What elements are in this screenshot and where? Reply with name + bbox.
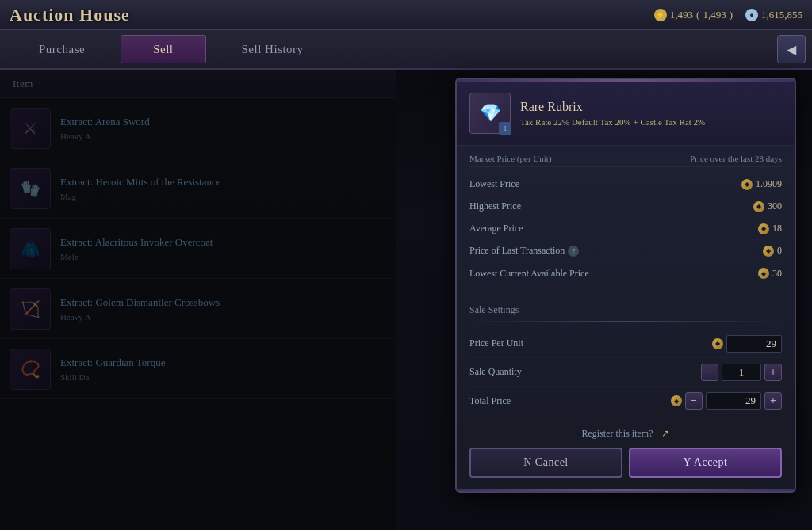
modal-overlay: 💎 1 Rare Rubrix Tax Rate 22% Default Tax… — [0, 70, 812, 530]
action-buttons: N Cancel Y Accept — [457, 448, 795, 489]
dialog-item-header: 💎 1 Rare Rubrix Tax Rate 22% Default Tax… — [457, 82, 795, 146]
quantity-decrease-button[interactable]: − — [701, 364, 718, 381]
total-price-input-group: ◆ − 29 + — [671, 392, 782, 410]
sale-row-quantity: Sale Quantity − 1 + — [469, 358, 782, 387]
quantity-increase-button[interactable]: + — [764, 364, 782, 381]
currency-item-1: ⚡ 1,493 ( 1,493 ) — [654, 9, 733, 21]
coin-icon: ◆ — [741, 179, 753, 190]
dialog-item-tax: Tax Rate 22% Default Tax 20% + Castle Ta… — [520, 117, 782, 127]
main-content: Item ⚔ Extract: Arena Sword Heavy A 🧤 Ex… — [0, 70, 812, 530]
price-row-lowest: Lowest Price ◆ 1.0909 — [469, 173, 782, 196]
average-price-value: ◆ 18 — [758, 223, 782, 234]
sale-settings-label: Sale Settings — [457, 299, 795, 318]
sale-row-price-per-unit: Price Per Unit ◆ 29 — [469, 330, 782, 358]
item-badge: 1 — [499, 122, 511, 135]
highest-price-value: ◆ 300 — [753, 200, 782, 212]
price-table-header: Market Price (per Unit) Price over the l… — [469, 154, 782, 167]
tax-rate-label: Tax Rate — [520, 117, 551, 127]
coin-icon: ◆ — [758, 223, 769, 234]
cursor-icon: ↗ — [661, 428, 669, 439]
price-row-lowest-available: Lowest Current Available Price ◆ 30 — [469, 262, 782, 284]
app-title: Auction House — [10, 5, 130, 25]
quantity-input-group: − 1 + — [701, 364, 782, 381]
sale-quantity-label: Sale Quantity — [469, 366, 522, 378]
coin-icon: ◆ — [753, 201, 764, 212]
sale-row-total-price: Total Price ◆ − 29 + — [469, 387, 782, 415]
castle-tax-label: + Castle Tax Rat — [633, 117, 691, 127]
quantity-display: 1 — [722, 364, 761, 381]
tab-sell[interactable]: Sell — [121, 35, 205, 63]
coin-icon: ◆ — [758, 268, 769, 279]
nav-tabs: Purchase Sell Sell History ◀ — [0, 30, 812, 70]
currency2-icon: ● — [745, 9, 758, 21]
cancel-button[interactable]: N Cancel — [469, 448, 622, 478]
help-icon[interactable]: ? — [568, 246, 579, 257]
currency-item-2: ● 1,615,855 — [745, 9, 802, 21]
coin-icon: ◆ — [671, 395, 682, 406]
total-price-label: Total Price — [469, 395, 511, 407]
price-per-unit-input-group: ◆ 29 — [712, 335, 782, 353]
lowest-available-value: ◆ 30 — [758, 268, 782, 280]
lowest-price-label: Lowest Price — [469, 178, 519, 190]
sale-settings: Price Per Unit ◆ 29 Sale Quantity − 1 — [457, 325, 795, 420]
tax-rate-value: 22% — [553, 117, 569, 127]
average-price-label: Average Price — [469, 223, 523, 234]
accept-button[interactable]: Y Accept — [629, 448, 782, 478]
register-text: Register this item? ↗ — [457, 420, 795, 448]
default-tax-label: Default Tax — [572, 117, 613, 127]
total-increase-button[interactable]: + — [764, 392, 782, 410]
tab-purchase[interactable]: Purchase — [6, 35, 117, 63]
dialog-panel: 💎 1 Rare Rubrix Tax Rate 22% Default Tax… — [455, 78, 796, 493]
dialog-item-name: Rare Rubrix — [520, 100, 782, 114]
currency1-value: 1,493 — [670, 9, 693, 21]
price-period-label: Price over the last 28 days — [690, 154, 782, 163]
price-row-average: Average Price ◆ 18 — [469, 218, 782, 240]
coin-icon: ◆ — [712, 338, 723, 349]
total-decrease-button[interactable]: − — [685, 392, 703, 410]
lowest-price-value: ◆ 1.0909 — [741, 178, 782, 190]
castle-tax-value: 2% — [694, 117, 706, 127]
lowest-available-label: Lowest Current Available Price — [469, 268, 589, 280]
price-row-highest: Highest Price ◆ 300 — [469, 196, 782, 218]
currency2-value: 1,615,855 — [761, 9, 802, 21]
coin-icon: ◆ — [763, 246, 774, 257]
default-tax-value: 20% — [615, 117, 631, 127]
market-price-label: Market Price (per Unit) — [469, 154, 552, 163]
currency-display: ⚡ 1,493 ( 1,493 ) ● 1,615,855 — [654, 9, 802, 21]
tab-sell-history[interactable]: Sell History — [209, 35, 336, 63]
highest-price-label: Highest Price — [469, 200, 521, 212]
total-price-value[interactable]: 29 — [706, 392, 761, 410]
price-per-unit-label: Price Per Unit — [469, 337, 523, 349]
section-divider-2 — [469, 321, 782, 322]
price-table: Market Price (per Unit) Price over the l… — [457, 146, 795, 292]
price-row-last-transaction: Price of Last Transaction ? ◆ 0 — [469, 240, 782, 262]
last-transaction-value: ◆ 0 — [763, 245, 782, 257]
dialog-item-details: Rare Rubrix Tax Rate 22% Default Tax 20%… — [520, 100, 782, 127]
last-transaction-label: Price of Last Transaction ? — [469, 245, 579, 257]
currency1-sub-value: 1,493 — [703, 9, 726, 21]
dialog-border-bottom — [457, 489, 795, 491]
currency1-icon: ⚡ — [654, 9, 667, 21]
section-divider — [469, 296, 782, 296]
price-per-unit-value[interactable]: 29 — [726, 335, 782, 353]
currency1-sub: ( — [696, 9, 699, 21]
back-button[interactable]: ◀ — [777, 35, 806, 63]
dialog-item-icon: 💎 1 — [469, 93, 511, 134]
title-bar: Auction House ⚡ 1,493 ( 1,493 ) ● 1,615,… — [0, 0, 812, 30]
